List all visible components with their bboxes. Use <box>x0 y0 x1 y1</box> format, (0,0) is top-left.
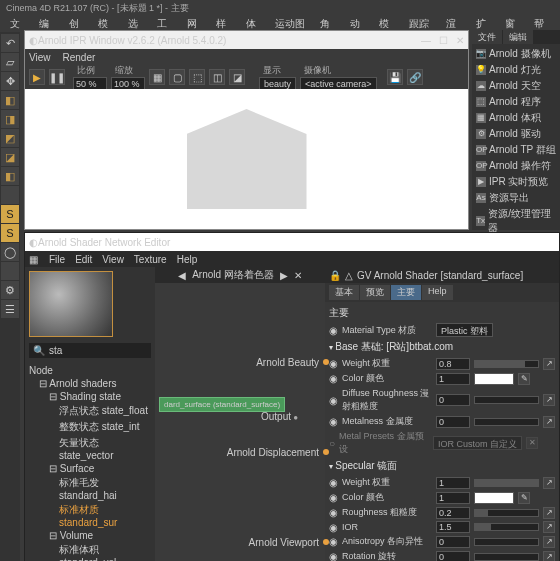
list-item[interactable]: ▦Arnold 体积 <box>474 110 558 126</box>
tree-item[interactable]: 矢量状态 state_vector <box>29 435 151 462</box>
link-icon[interactable]: ↗ <box>543 507 555 519</box>
metal-input[interactable]: 0 <box>436 416 470 428</box>
picker-icon[interactable]: ✎ <box>518 373 530 385</box>
close-icon[interactable]: ✕ <box>294 270 302 281</box>
viewport-port[interactable]: Arnold Viewport <box>249 537 319 548</box>
link-icon[interactable]: ↗ <box>543 416 555 428</box>
link-icon[interactable]: ↗ <box>543 521 555 533</box>
tab-help[interactable]: Help <box>422 285 453 300</box>
aniso-input[interactable]: 0 <box>436 536 470 548</box>
layers-icon[interactable]: ☰ <box>1 300 19 318</box>
keyframe-icon[interactable]: ◉ <box>329 395 338 406</box>
minimize-icon[interactable]: — <box>421 35 431 46</box>
srough-slider[interactable] <box>474 509 539 517</box>
tree-item[interactable]: ⊟ Shading state <box>29 390 151 403</box>
edit-menu[interactable]: Edit <box>75 254 92 265</box>
material-preview[interactable] <box>29 271 113 337</box>
material-s-icon[interactable]: S <box>1 205 19 223</box>
list-item[interactable]: ▶IPR 实时预览 <box>474 174 558 190</box>
ipr-viewport[interactable] <box>25 89 468 229</box>
keyframe-icon[interactable]: ◉ <box>329 522 338 533</box>
shader-node[interactable]: dard_surface (standard_surface) <box>159 397 285 412</box>
list-item[interactable]: 💡Arnold 灯光 <box>474 62 558 78</box>
grid-icon[interactable]: ▦ <box>149 69 165 85</box>
circle-icon[interactable]: ◯ <box>1 243 19 261</box>
texture-menu[interactable]: Texture <box>134 254 167 265</box>
primitive3-icon[interactable]: ◪ <box>1 148 19 166</box>
lock-icon[interactable]: 🔒 <box>329 270 341 281</box>
prev-icon[interactable]: ◀ <box>178 270 186 281</box>
output-port[interactable]: Output ● <box>261 411 298 422</box>
right-tab-file[interactable]: 文件 <box>472 30 502 44</box>
select-icon[interactable]: ▱ <box>1 53 19 71</box>
metalpreset-dropdown[interactable]: IOR Custom 自定义 <box>433 436 522 450</box>
tree-item[interactable]: 标准毛发 standard_hai <box>29 475 151 502</box>
tab-basic[interactable]: 基本 <box>329 285 359 300</box>
ipr-render-menu[interactable]: Render <box>63 52 96 63</box>
specular-section[interactable]: Specular 镜面 <box>329 457 555 475</box>
displacement-port[interactable]: Arnold Displacement <box>227 447 319 458</box>
list-item[interactable]: OPArnold 操作符 <box>474 158 558 174</box>
rot-input[interactable]: 0 <box>436 551 470 562</box>
close-icon[interactable]: ✕ <box>456 35 464 46</box>
cube-icon[interactable]: ◧ <box>1 91 19 109</box>
link-icon[interactable]: ↗ <box>543 358 555 370</box>
tree-item[interactable]: 标准体积 standard_vol <box>29 542 151 561</box>
link-icon[interactable]: 🔗 <box>407 69 423 85</box>
list-item[interactable]: 📷Arnold 摄像机 <box>474 46 558 62</box>
list-item[interactable]: ☁Arnold 天空 <box>474 78 558 94</box>
keyframe-icon[interactable]: ◉ <box>329 358 338 369</box>
keyframe-icon[interactable]: ◉ <box>329 416 338 427</box>
metal-slider[interactable] <box>474 418 539 426</box>
next-icon[interactable]: ▶ <box>280 270 288 281</box>
diffrough-slider[interactable] <box>474 396 539 404</box>
snapshot-icon[interactable]: ⬚ <box>189 69 205 85</box>
tree-item[interactable]: 整数状态 state_int <box>29 419 151 435</box>
tree-item-selected[interactable]: 标准材质 standard_sur <box>29 502 151 529</box>
node-graph[interactable]: ◀ Arnold 网络着色器 ▶ ✕ Arnold Beauty dard_su… <box>155 267 325 561</box>
list-item[interactable]: OPArnold TP 群组 <box>474 142 558 158</box>
link-icon[interactable]: ↗ <box>543 394 555 406</box>
gear-icon[interactable]: ⚙ <box>1 281 19 299</box>
play-icon[interactable]: ▶ <box>29 69 45 85</box>
keyframe-icon[interactable]: ◉ <box>329 373 338 384</box>
right-tab-edit[interactable]: 编辑 <box>503 30 533 44</box>
link-icon[interactable]: ↗ <box>543 551 555 562</box>
primitive-icon[interactable]: ◨ <box>1 110 19 128</box>
weight-input[interactable]: 0.8 <box>436 358 470 370</box>
ipr-view-menu[interactable]: View <box>29 52 51 63</box>
save-icon[interactable]: 💾 <box>387 69 403 85</box>
primitive4-icon[interactable]: ◧ <box>1 167 19 185</box>
tool2-icon[interactable]: ◪ <box>229 69 245 85</box>
keyframe-icon[interactable]: ◉ <box>329 507 338 518</box>
material-s2-icon[interactable]: S <box>1 224 19 242</box>
grid-icon[interactable]: ▦ <box>29 254 39 264</box>
radio-icon[interactable]: ◉ <box>329 325 338 336</box>
region-icon[interactable]: ▢ <box>169 69 185 85</box>
ior-input[interactable]: 1.5 <box>436 521 470 533</box>
keyframe-icon[interactable]: ◉ <box>329 551 338 561</box>
beauty-port[interactable]: Arnold Beauty <box>256 357 319 368</box>
tree-item[interactable]: ⊟ Volume <box>29 529 151 542</box>
weight-slider[interactable] <box>474 360 539 368</box>
undo-icon[interactable]: ↶ <box>1 34 19 52</box>
sweight-input[interactable]: 1 <box>436 477 470 489</box>
close-icon[interactable]: ✕ <box>526 437 538 449</box>
keyframe-icon[interactable]: ◉ <box>329 477 338 488</box>
scolor-swatch[interactable] <box>474 492 514 504</box>
color-swatch[interactable] <box>474 373 514 385</box>
base-section[interactable]: Base 基础: [R站]btbat.com <box>329 338 555 356</box>
tool-icon[interactable]: ◫ <box>209 69 225 85</box>
aniso-slider[interactable] <box>474 538 539 546</box>
primitive2-icon[interactable]: ◩ <box>1 129 19 147</box>
list-item[interactable]: As资源导出 <box>474 190 558 206</box>
ior-slider[interactable] <box>474 523 539 531</box>
move-icon[interactable]: ✥ <box>1 72 19 90</box>
tree-item[interactable]: ⊟ Surface <box>29 462 151 475</box>
view-menu[interactable]: View <box>102 254 124 265</box>
list-item[interactable]: ⬚Arnold 程序 <box>474 94 558 110</box>
mattype-dropdown[interactable]: Plastic 塑料 <box>436 323 493 337</box>
tree-item[interactable]: ⊟ Arnold shaders <box>29 377 151 390</box>
rot-slider[interactable] <box>474 553 539 561</box>
keyframe-icon[interactable]: ◉ <box>329 536 338 547</box>
